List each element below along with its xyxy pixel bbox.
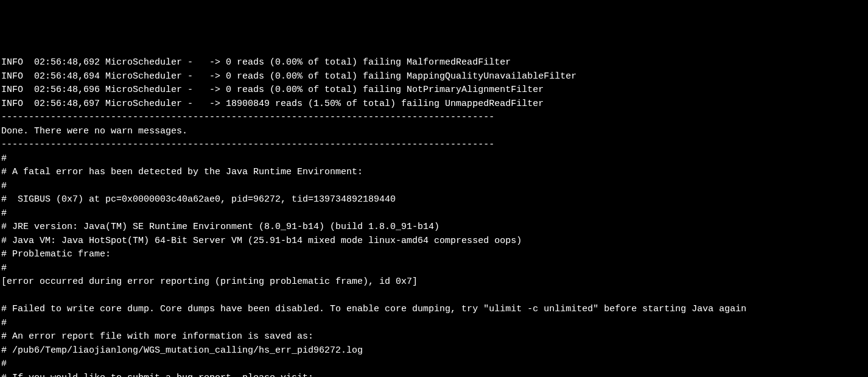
done-message: Done. There were no warn messages. [1,126,187,136]
jre-version-line: # JRE version: Java(TM) SE Runtime Envir… [1,222,439,232]
log-line: INFO 02:56:48,696 MicroScheduler - -> 0 … [1,85,544,95]
error-report-file-line: # An error report file with more informa… [1,331,313,342]
terminal-output: INFO 02:56:48,692 MicroScheduler - -> 0 … [1,56,867,377]
error-reporting-line: [error occurred during error reporting (… [1,277,418,287]
error-line: # [1,318,7,328]
core-dump-line: # Failed to write core dump. Core dumps … [1,304,746,314]
problematic-frame-line: # Problematic frame: [1,249,111,259]
sigbus-line: # SIGBUS (0x7) at pc=0x0000003c40a62ae0,… [1,194,396,205]
java-vm-line: # Java VM: Java HotSpot(TM) 64-Bit Serve… [1,236,522,246]
error-line: # [1,153,7,164]
error-line: # [1,208,7,219]
error-line: # [1,181,7,191]
separator-line: ----------------------------------------… [1,112,494,122]
separator-line: ----------------------------------------… [1,139,494,150]
log-line: INFO 02:56:48,697 MicroScheduler - -> 18… [1,99,544,109]
fatal-error-header: # A fatal error has been detected by the… [1,167,363,177]
error-line: # [1,263,7,273]
log-line: INFO 02:56:48,692 MicroScheduler - -> 0 … [1,57,511,68]
log-path-line: # /pub6/Temp/liaojianlong/WGS_mutation_c… [1,345,363,356]
log-line: INFO 02:56:48,694 MicroScheduler - -> 0 … [1,71,576,82]
bug-report-line: # If you would like to submit a bug repo… [1,373,313,378]
error-line: # [1,359,7,369]
